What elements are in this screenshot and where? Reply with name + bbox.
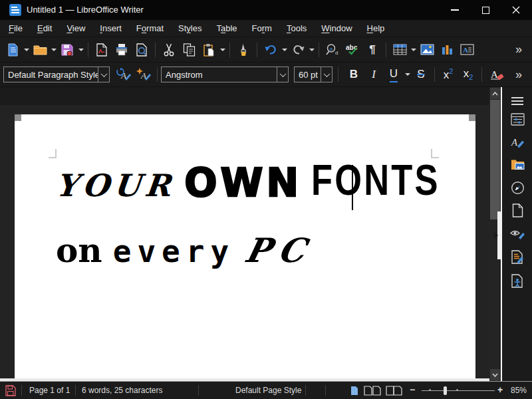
print-preview-button[interactable]: [132, 40, 152, 60]
menu-format[interactable]: Format: [129, 21, 171, 36]
find-replace-button[interactable]: ad: [323, 40, 342, 60]
zoom-level-status[interactable]: 85%: [511, 386, 527, 395]
sidebar-styles-button[interactable]: A: [509, 133, 526, 150]
save-button[interactable]: [57, 40, 77, 60]
menu-styles[interactable]: Styles: [171, 21, 209, 36]
sidebar-gallery-button[interactable]: [509, 156, 526, 173]
copy-button[interactable]: [179, 40, 199, 60]
dropdown-arrow-icon[interactable]: [308, 40, 315, 60]
menu-form[interactable]: Form: [245, 21, 279, 36]
menu-edit[interactable]: Edit: [30, 21, 59, 36]
zoom-slider-handle[interactable]: [444, 386, 447, 395]
menu-table[interactable]: Table: [209, 21, 244, 36]
superscript-button[interactable]: x2: [438, 65, 458, 84]
sidebar-manage-changes-button[interactable]: [509, 248, 526, 265]
sidebar-navigator-button[interactable]: [509, 179, 526, 196]
dropdown-arrow-icon[interactable]: [50, 40, 57, 60]
sidebar-hide-handle[interactable]: [497, 211, 501, 259]
undo-button[interactable]: [261, 40, 281, 60]
document-text-line[interactable]: YOUR OWN FONTS: [56, 164, 434, 209]
chevron-down-icon[interactable]: [321, 67, 332, 82]
toolbar-separator: [386, 43, 386, 57]
menu-label: E: [37, 23, 43, 33]
menu-tools[interactable]: Tools: [279, 21, 314, 36]
print-button[interactable]: [112, 40, 132, 60]
page[interactable]: YOUR OWN FONTS on every PC: [15, 114, 475, 381]
insert-image-button[interactable]: [417, 40, 437, 60]
dropdown-arrow-icon[interactable]: [404, 65, 411, 84]
maximize-button[interactable]: [470, 0, 501, 20]
document-word[interactable]: FONTS: [311, 158, 440, 201]
dropdown-arrow-icon[interactable]: [23, 40, 30, 60]
redo-button[interactable]: [288, 40, 308, 60]
dropdown-arrow-icon[interactable]: [281, 40, 288, 60]
menu-help[interactable]: Help: [360, 21, 392, 36]
font-name-combobox[interactable]: Angstrom: [161, 66, 289, 82]
document-text-line[interactable]: on every PC: [56, 234, 313, 271]
minimize-button[interactable]: [440, 0, 470, 20]
bold-button[interactable]: B: [344, 65, 364, 84]
dropdown-arrow-icon[interactable]: [410, 40, 417, 60]
insert-textbox-button[interactable]: A: [457, 40, 477, 60]
sidebar-settings-button[interactable]: [509, 92, 526, 110]
italic-button[interactable]: I: [364, 65, 384, 84]
strikethrough-button[interactable]: S: [411, 65, 431, 84]
new-style-button[interactable]: A: [134, 65, 154, 84]
zoom-in-button[interactable]: +: [497, 384, 503, 395]
paste-button[interactable]: [199, 40, 219, 60]
dropdown-arrow-icon[interactable]: [77, 40, 84, 60]
font-size-combobox[interactable]: 60 pt: [294, 66, 332, 82]
document-word[interactable]: YOUR: [55, 170, 177, 201]
cut-button[interactable]: [159, 40, 179, 60]
sidebar-properties-button[interactable]: [509, 110, 526, 128]
insert-chart-button[interactable]: [437, 40, 457, 60]
document-word[interactable]: on: [56, 234, 102, 267]
update-style-button[interactable]: A: [114, 65, 134, 84]
export-pdf-button[interactable]: [92, 40, 112, 60]
page-number-status[interactable]: Page 1 of 1: [29, 386, 70, 395]
multi-page-view-button[interactable]: [364, 386, 381, 396]
unsaved-changes-icon[interactable]: [5, 385, 16, 396]
toolbar-overflow-button[interactable]: »: [508, 40, 528, 60]
menu-window[interactable]: Window: [314, 21, 359, 36]
scroll-up-button[interactable]: [490, 88, 500, 99]
open-button[interactable]: [30, 40, 50, 60]
sidebar-accessibility-check-button[interactable]: [509, 272, 526, 289]
single-page-view-button[interactable]: [350, 386, 358, 396]
double-chevron-icon: »: [515, 68, 521, 82]
document-word[interactable]: PC: [242, 234, 317, 267]
menu-view[interactable]: View: [59, 21, 92, 36]
scroll-down-button[interactable]: [490, 369, 500, 380]
underline-button[interactable]: U: [384, 65, 404, 84]
word-count-status[interactable]: 6 words, 25 characters: [82, 386, 162, 395]
zoom-slider-track[interactable]: [422, 390, 495, 391]
page-style-status[interactable]: Default Page Style: [235, 386, 301, 395]
menu-file[interactable]: File: [1, 21, 30, 36]
close-button[interactable]: [501, 0, 531, 20]
italic-icon: I: [372, 68, 376, 81]
chevron-down-icon[interactable]: [277, 67, 288, 82]
paragraph-style-combobox[interactable]: Default Paragraph Style: [3, 66, 110, 82]
document-word[interactable]: every: [113, 236, 235, 267]
open-folder-icon: [33, 44, 47, 55]
clone-formatting-button[interactable]: [233, 40, 253, 60]
new-document-button[interactable]: [3, 40, 23, 60]
scrollbar-thumb[interactable]: [490, 100, 500, 219]
subscript-button[interactable]: x2: [458, 65, 478, 84]
sidebar-style-inspector-button[interactable]: [509, 225, 526, 242]
sidebar-page-button[interactable]: [509, 201, 526, 219]
spelling-button[interactable]: abc: [342, 40, 362, 60]
formatting-marks-button[interactable]: ¶: [362, 40, 382, 60]
zoom-out-button[interactable]: −: [410, 384, 415, 395]
chevron-down-icon[interactable]: [98, 67, 109, 82]
document-word[interactable]: OWN: [184, 164, 302, 202]
insert-table-button[interactable]: [390, 40, 410, 60]
book-view-button[interactable]: [385, 386, 403, 396]
text-cursor: [352, 165, 353, 210]
document-canvas[interactable]: YOUR OWN FONTS on every PC: [0, 105, 489, 381]
menu-insert[interactable]: Insert: [92, 21, 129, 36]
dropdown-arrow-icon[interactable]: [219, 40, 226, 60]
horizontal-ruler[interactable]: 1 2 3 4 5 6 7: [0, 87, 489, 105]
toolbar-overflow-button[interactable]: »: [508, 65, 528, 84]
clear-formatting-button[interactable]: A: [485, 65, 508, 84]
